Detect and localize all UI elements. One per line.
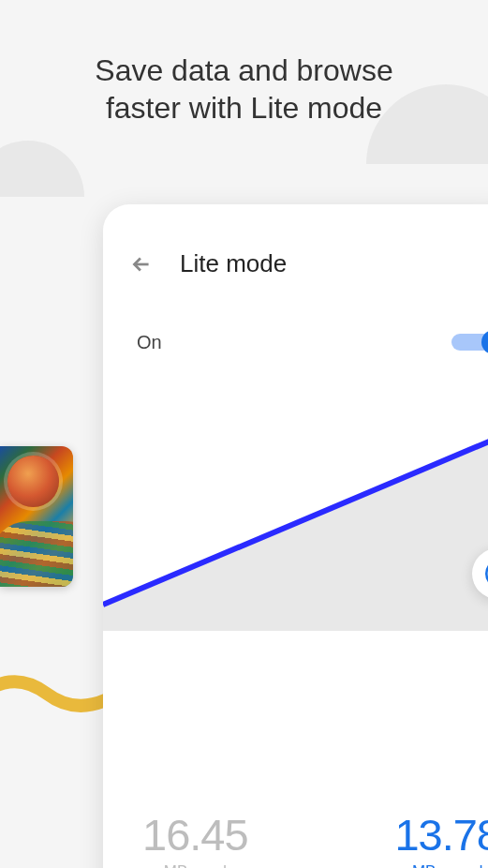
svg-marker-0 bbox=[103, 427, 488, 631]
stat-used-label: MB used bbox=[142, 862, 248, 868]
heading-line-1: Save data and browse bbox=[95, 53, 392, 87]
stat-used: 16.45 MB used bbox=[142, 809, 248, 868]
artwork-card-peek bbox=[0, 446, 73, 587]
promo-heading: Save data and browse faster with Lite mo… bbox=[0, 52, 488, 127]
screen-header: Lite mode bbox=[103, 204, 488, 297]
lite-mode-screen: Lite mode On 16.45 MB used 13.78 MB bbox=[103, 204, 488, 868]
toggle-state-label: On bbox=[137, 332, 162, 353]
data-savings-chart bbox=[103, 387, 488, 631]
screen-title: Lite mode bbox=[180, 249, 287, 278]
lite-mode-toggle[interactable] bbox=[451, 331, 488, 353]
stats-row: 16.45 MB used 13.78 MB saved bbox=[103, 809, 488, 868]
cloud-decoration-left bbox=[0, 141, 84, 197]
lite-mode-toggle-row: On bbox=[103, 297, 488, 372]
back-arrow-icon[interactable] bbox=[129, 252, 154, 277]
stat-saved-label: MB saved bbox=[394, 862, 488, 868]
stat-saved: 13.78 MB saved bbox=[394, 809, 488, 868]
heading-line-2: faster with Lite mode bbox=[106, 91, 382, 125]
stat-used-value: 16.45 bbox=[142, 809, 248, 861]
stat-saved-value: 13.78 bbox=[394, 809, 488, 861]
